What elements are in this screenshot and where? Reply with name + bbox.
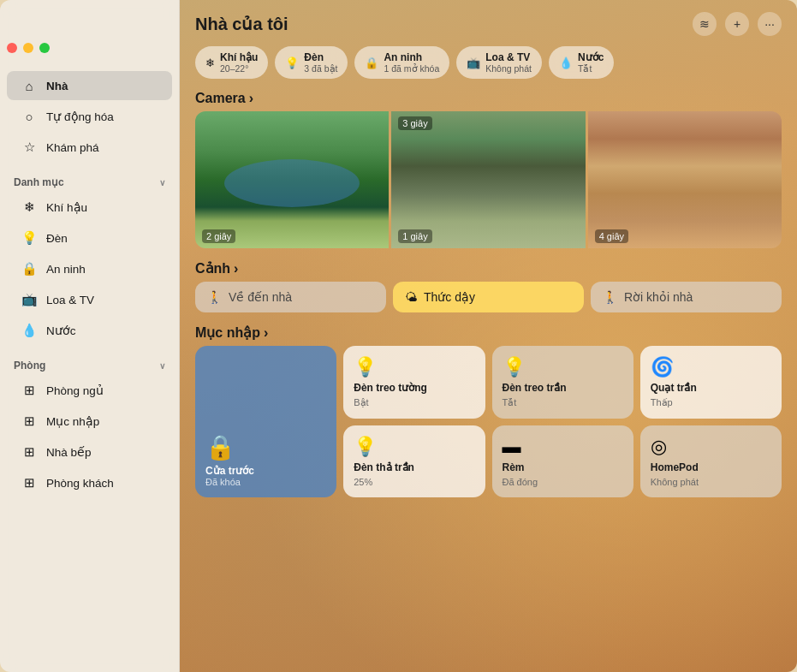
star-icon: ☆: [21, 139, 38, 156]
accessories-grid: 🔒 Cửa trước Đã khóa 💡 Đèn treo tường Bật…: [180, 346, 797, 506]
scenes-section-header[interactable]: Cảnh ›: [180, 257, 797, 282]
accessories-arrow-icon: ›: [264, 325, 268, 341]
more-button[interactable]: ···: [758, 12, 782, 36]
tile-homepod[interactable]: ◎ HomePod Không phát: [640, 425, 782, 497]
close-button[interactable]: [7, 43, 17, 53]
tile-door[interactable]: 🔒 Cửa trước Đã khóa: [195, 346, 336, 497]
accessories-label: Mục nhập: [195, 324, 260, 341]
sidebar-label-av: Loa & TV: [46, 294, 94, 306]
camera-room[interactable]: 4 giây: [588, 111, 782, 248]
chip-climate[interactable]: ❄ Khí hậu 20–22°: [195, 46, 268, 79]
floor-lamp-name: Đèn thả trần: [354, 461, 474, 473]
climate-icon: ❄: [21, 199, 38, 216]
camera-grid: 2 giây 3 giây 1 giây 4 giây: [195, 111, 782, 248]
sidebar-label-lights: Đèn: [46, 232, 68, 245]
scenes-arrow-icon: ›: [234, 261, 238, 277]
sidebar-label-climate: Khí hậu: [46, 200, 87, 214]
sidebar-item-kitchen[interactable]: ⊞ Nhà bếp: [7, 437, 172, 467]
categories-chevron-icon: ∨: [159, 178, 165, 187]
water-icon: 💧: [21, 322, 38, 339]
chip-climate-sub: 20–22°: [220, 63, 258, 74]
chip-security-icon: 🔒: [365, 56, 378, 69]
camera-garage-sub-timestamp: 1 giây: [398, 229, 431, 243]
ceiling-light-icon: 💡: [503, 356, 623, 378]
entrance-icon: ⊞: [21, 413, 38, 430]
rooms-section-header[interactable]: Phòng ∨: [0, 351, 179, 375]
camera-arrow-icon: ›: [249, 91, 253, 106]
sidebar-item-entrance[interactable]: ⊞ Mục nhập: [7, 407, 172, 436]
chip-climate-main: Khí hậu: [220, 51, 258, 63]
sidebar-item-bedroom[interactable]: ⊞ Phòng ngủ: [7, 376, 172, 405]
scene-wake-button[interactable]: 🌤 Thức dậy: [393, 282, 584, 312]
camera-garage[interactable]: 3 giây 1 giây: [391, 111, 585, 248]
chip-security-text: An ninh 1 đã mở khóa: [384, 51, 439, 74]
scene-home-button[interactable]: 🚶 Về đến nhà: [195, 282, 386, 312]
sidebar-item-automation[interactable]: ○ Tự động hóa: [7, 102, 172, 131]
chip-lights[interactable]: 💡 Đèn 3 đã bật: [275, 46, 348, 79]
fullscreen-button[interactable]: [39, 43, 50, 53]
sidebar-item-security[interactable]: 🔒 An ninh: [7, 254, 172, 283]
camera-label: Camera: [195, 91, 246, 106]
sidebar-label-security: An ninh: [46, 263, 86, 276]
scene-home-label: Về đến nhà: [229, 290, 292, 304]
sidebar-item-living[interactable]: ⊞ Phòng khách: [7, 468, 172, 497]
chip-water-text: Nước Tắt: [578, 51, 604, 74]
tile-blind[interactable]: ▬ Rèm Đã đóng: [492, 425, 633, 497]
bedroom-icon: ⊞: [21, 382, 38, 399]
chip-av-sub: Không phát: [485, 63, 532, 74]
chip-security[interactable]: 🔒 An ninh 1 đã mở khóa: [354, 46, 449, 79]
tile-ceiling-light[interactable]: 💡 Đèn treo trần Tắt: [492, 346, 633, 419]
camera-pool[interactable]: 2 giây: [195, 111, 389, 248]
chip-water-icon: 💧: [559, 56, 573, 69]
sidebar-label-water: Nước: [46, 324, 76, 337]
ceiling-light-status: Tắt: [503, 397, 623, 408]
fan-name: Quạt trần: [651, 382, 771, 394]
chip-climate-icon: ❄: [205, 56, 215, 69]
sidebar-item-lights[interactable]: 💡 Đèn: [7, 223, 172, 253]
sidebar-label-bedroom: Phòng ngủ: [46, 384, 104, 397]
door-lock-icon: 🔒: [205, 433, 326, 461]
floor-lamp-status: 25%: [354, 477, 474, 487]
fan-icon: 🌀: [651, 356, 771, 378]
chip-security-sub: 1 đã mở khóa: [384, 63, 439, 74]
main-content: Nhà của tôi ≋ + ··· ❄ Khí hậu 20–22°: [180, 0, 797, 506]
main-content-area: Nhà của tôi ≋ + ··· ❄ Khí hậu 20–22°: [180, 0, 797, 672]
camera-room-timestamp: 4 giây: [595, 229, 628, 243]
chip-av-icon: 📺: [467, 56, 480, 69]
scene-leave-button[interactable]: 🚶 Rời khỏi nhà: [591, 282, 782, 312]
floor-lamp-icon: 💡: [354, 436, 474, 458]
sidebar-item-av[interactable]: 📺 Loa & TV: [7, 285, 172, 314]
categories-section-header[interactable]: Danh mục ∨: [0, 168, 179, 192]
camera-section-header[interactable]: Camera ›: [180, 87, 797, 111]
scene-wake-icon: 🌤: [405, 290, 417, 304]
scene-leave-label: Rời khỏi nhà: [624, 290, 693, 304]
chip-water[interactable]: 💧 Nước Tắt: [549, 46, 614, 79]
sidebar-label-entrance: Mục nhập: [46, 414, 99, 428]
waveform-button[interactable]: ≋: [693, 12, 717, 36]
traffic-lights: [7, 43, 179, 53]
accessories-section-header[interactable]: Mục nhập ›: [180, 321, 797, 346]
chip-av-text: Loa & TV Không phát: [485, 51, 532, 74]
tile-wall-light[interactable]: 💡 Đèn treo tường Bật: [343, 346, 485, 419]
tile-floor-lamp[interactable]: 💡 Đèn thả trần 25%: [343, 425, 485, 497]
rooms-label: Phòng: [14, 360, 45, 372]
sidebar-item-home[interactable]: ⌂ Nhà: [7, 71, 172, 100]
chip-water-main: Nước: [578, 51, 604, 63]
chip-lights-icon: 💡: [285, 56, 299, 69]
rooms-chevron-icon: ∨: [159, 361, 165, 371]
camera-garage-timestamp: 3 giây: [398, 116, 431, 130]
sidebar-item-explore[interactable]: ☆ Khám phá: [7, 133, 172, 162]
chip-av[interactable]: 📺 Loa & TV Không phát: [456, 46, 542, 79]
add-button[interactable]: +: [725, 12, 749, 36]
sidebar-label-kitchen: Nhà bếp: [46, 445, 92, 459]
fan-status: Thấp: [651, 397, 771, 408]
homepod-icon: ◎: [651, 436, 771, 458]
sidebar-label-automation: Tự động hóa: [46, 110, 114, 123]
minimize-button[interactable]: [23, 43, 33, 53]
sidebar-item-climate[interactable]: ❄ Khí hậu: [7, 193, 172, 222]
tile-fan[interactable]: 🌀 Quạt trần Thấp: [640, 346, 782, 419]
wall-light-name: Đèn treo tường: [354, 382, 474, 394]
sidebar-item-water[interactable]: 💧 Nước: [7, 316, 172, 345]
chip-lights-main: Đèn: [304, 51, 337, 63]
camera-pool-timestamp: 2 giây: [202, 229, 235, 243]
